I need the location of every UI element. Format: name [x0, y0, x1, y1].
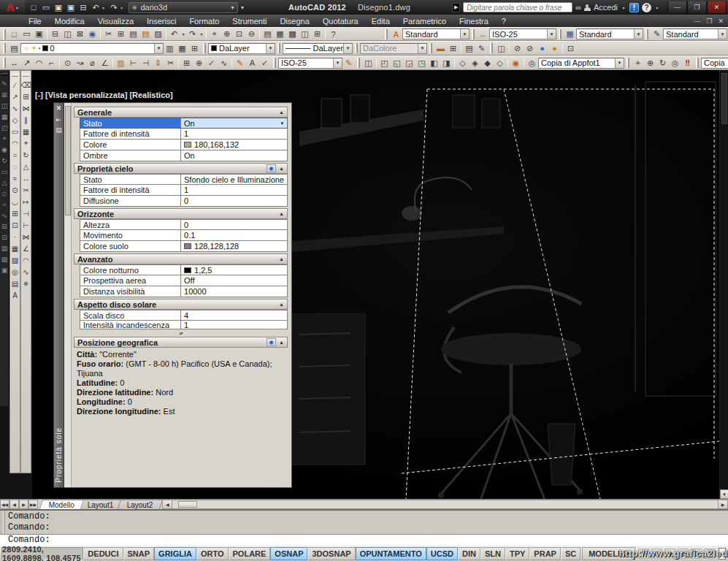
palette-splitter[interactable]: ▴▾ — [74, 329, 288, 335]
ellipse-icon[interactable]: ⊙ — [12, 184, 18, 196]
toolbar-icon[interactable]: ▭ — [1, 166, 8, 177]
view-top-icon[interactable]: ◰ — [378, 57, 391, 69]
collapse-arrow-icon[interactable]: ▲ — [279, 211, 284, 216]
toggle-opuntamento[interactable]: OPUNTAMENTO — [356, 547, 426, 560]
layer-dropdown[interactable]: ☼ ☀ ▪ 0 ▼ — [20, 43, 164, 54]
command-grip[interactable] — [0, 511, 5, 534]
toolbar-icon[interactable]: ⊡ — [1, 232, 7, 243]
section-posizione-geografica[interactable]: Posizione geografica ◉ ▲ — [74, 337, 288, 348]
view-right-icon[interactable]: ◳ — [415, 57, 428, 69]
layer-isolate-icon[interactable]: ⊞ — [188, 42, 201, 54]
hatch-icon[interactable]: ▦ — [12, 243, 18, 254]
plot-preview-icon[interactable]: ◫ — [61, 28, 74, 40]
toggle-tpy[interactable]: TPY — [505, 547, 529, 560]
workspace-switch-icon[interactable]: ⊡ — [691, 549, 702, 559]
menu-finestra[interactable]: Finestra — [453, 15, 495, 27]
scale-icon[interactable]: △ — [23, 161, 29, 172]
dim-linear-icon[interactable]: ↔ — [8, 57, 20, 69]
dim-text-edit-icon[interactable]: A — [246, 57, 258, 69]
view-sw-iso-icon[interactable]: ◇ — [456, 57, 469, 69]
zoom-icon[interactable]: ⊕ — [644, 57, 656, 69]
magnifier-icon[interactable]: ◉ — [267, 164, 276, 172]
chevron-down-icon[interactable]: ▼ — [343, 44, 352, 53]
toolbar-icon[interactable]: ◇ — [2, 188, 7, 199]
dim-aligned-icon[interactable]: ↗ — [20, 57, 33, 69]
fillet-icon[interactable]: ◠ — [23, 254, 29, 266]
menu-disegna[interactable]: Disegna — [273, 15, 315, 27]
menu-quotatura[interactable]: Quotatura — [316, 15, 365, 27]
calculator-icon[interactable]: ⊞ — [311, 28, 323, 40]
help-icon[interactable]: ? — [327, 28, 340, 40]
sheet-set-icon[interactable]: ◫ — [299, 28, 311, 40]
toolbar-icon[interactable]: △ — [2, 177, 7, 188]
join-icon[interactable]: ⋈ — [23, 231, 30, 243]
palette-close-icon[interactable]: ✕ — [56, 104, 62, 112]
paste-icon[interactable]: ▤ — [127, 28, 139, 40]
point-icon[interactable]: · — [14, 231, 16, 243]
doc-restore-icon[interactable]: ❐ — [706, 18, 712, 25]
horizontal-scrollbar[interactable]: ◀ ▶ — [162, 500, 728, 509]
workspace-dropdown[interactable]: ✳ dario3d ▼ — [129, 2, 238, 13]
make-block-icon[interactable]: ⊡ — [12, 219, 18, 231]
annotation-icon[interactable]: ✎ — [638, 549, 649, 559]
break-point-icon[interactable]: ⊣ — [23, 207, 29, 219]
render-region-icon[interactable]: ◫ — [495, 42, 507, 54]
undo-dropdown-icon[interactable]: ▾ — [180, 31, 186, 37]
palette-menu-icon[interactable]: ▤ — [55, 126, 62, 134]
close-button[interactable]: ✕ — [707, 1, 727, 14]
toolbar-icon[interactable]: ▦ — [1, 111, 8, 122]
break-icon[interactable]: ⊢ — [23, 219, 29, 231]
chevron-down-icon[interactable]: ▼ — [460, 29, 469, 39]
properties-palette-icon[interactable]: ▤ — [261, 28, 274, 40]
tab-layout1[interactable]: Layout1 — [78, 500, 123, 509]
toggle-deduci[interactable]: DEDUCI — [83, 547, 123, 560]
offset-icon[interactable]: ∥ — [24, 114, 28, 126]
array-icon[interactable]: ▦ — [23, 126, 29, 137]
paste-special-icon[interactable]: ▤ — [139, 28, 152, 40]
insert-block-icon[interactable]: ⊞ — [12, 207, 18, 219]
coordinates-display[interactable]: 2809.2410, 1609.8898, 108.4575 — [1, 547, 83, 560]
magnifier-icon[interactable]: ◉ — [267, 338, 276, 346]
plot-icon[interactable]: ⊟ — [49, 28, 61, 40]
dim-ordinate-icon[interactable]: ⌐ — [45, 57, 58, 69]
toggle-ucsd[interactable]: UCSD — [426, 547, 458, 560]
menu-parametrico[interactable]: Parametrico — [396, 15, 453, 27]
annotation-scale-icon[interactable]: ▤ — [678, 549, 689, 559]
publish-icon[interactable]: ⊠ — [74, 28, 86, 40]
scroll-left-icon[interactable]: ◀ — [163, 500, 172, 508]
pan-icon[interactable]: ⌖ — [632, 57, 644, 69]
circle-icon[interactable]: ○ — [12, 149, 17, 161]
orbit-icon[interactable]: ↻ — [656, 57, 669, 69]
dim-arc-icon[interactable]: ◠ — [33, 57, 45, 69]
no-shadow-icon[interactable]: ⊘ — [511, 42, 524, 54]
search-icon[interactable]: ∞ — [575, 3, 581, 12]
toolbar-icon[interactable]: ◰ — [1, 122, 8, 133]
move-icon[interactable]: ⌖ — [24, 137, 28, 149]
tool-palettes-icon[interactable]: ▩ — [286, 28, 299, 40]
sign-in-button[interactable]: Accedi — [594, 3, 618, 12]
plot-icon[interactable]: ⊟ — [77, 1, 89, 13]
arc-icon[interactable]: ◠ — [12, 137, 18, 149]
toolbar-icon[interactable]: ⊞ — [1, 89, 7, 100]
polygon-icon[interactable]: ◇ — [12, 114, 18, 126]
line-icon[interactable]: ∕ — [15, 79, 16, 91]
dim-jogline-icon[interactable]: ∿ — [218, 57, 230, 69]
region-icon[interactable]: ◎ — [12, 266, 18, 278]
toolbar-icon[interactable]: ▤ — [1, 243, 8, 253]
property-row[interactable]: Fattore di intensità 1 — [80, 185, 288, 196]
view-bottom-icon[interactable]: ◱ — [391, 57, 403, 69]
clean-screen-button[interactable] — [719, 548, 726, 560]
tab-layout2[interactable]: Layout2 — [118, 500, 163, 509]
property-row[interactable]: Fattore di intensità 1 — [80, 129, 288, 140]
undo-icon[interactable]: ↶ — [90, 1, 101, 13]
toggle-sln[interactable]: SLN — [480, 547, 505, 560]
pan-icon[interactable]: ⌖ — [208, 28, 221, 40]
application-menu-button[interactable]: A ▾ — [0, 0, 25, 15]
dim-break-icon[interactable]: ✂ — [164, 57, 177, 69]
view-left-icon[interactable]: ◲ — [403, 57, 415, 69]
erase-icon[interactable]: ⌫ — [20, 79, 31, 91]
dim-style-manager-icon[interactable]: ✎ — [342, 57, 355, 69]
collapse-arrow-icon[interactable]: ▲ — [279, 166, 284, 171]
toolbar-icon[interactable]: ▨ — [1, 253, 8, 264]
chevron-down-icon[interactable]: ▼ — [718, 29, 727, 39]
